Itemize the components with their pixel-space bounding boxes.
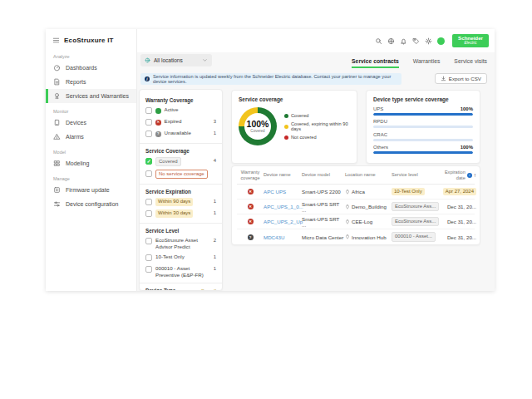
sidebar-section-model: Model xyxy=(46,144,136,156)
sidebar-item-modeling[interactable]: Modeling xyxy=(46,156,136,170)
info-icon: i xyxy=(145,76,150,81)
checkbox[interactable] xyxy=(145,131,152,137)
filter-option-count: 1 xyxy=(214,254,216,259)
column-header-expiration[interactable]: Expiration date i ↑ xyxy=(440,170,476,180)
schneider-electric-logo[interactable]: Schneider Electric xyxy=(452,34,489,47)
app-window: EcoStruxure IT Analyze Dashboards Report… xyxy=(46,29,495,291)
device-name-link[interactable]: APC_UPS_2_Up xyxy=(264,219,303,224)
filter-option-asset-preventive: 000010 - Asset Preventive (E&P-FR) 1 xyxy=(145,265,216,278)
donut-center-value: 100% xyxy=(247,120,269,129)
filter-group-device-type: Device Type See all xyxy=(145,288,216,291)
device-model-cell: Smart-UPS 2200 xyxy=(302,189,345,195)
sidebar-item-label: Modeling xyxy=(66,160,89,166)
location-pin-icon xyxy=(345,234,350,239)
checkbox[interactable] xyxy=(145,266,152,273)
globe-icon[interactable] xyxy=(387,37,395,45)
bar-value: 100% xyxy=(461,106,473,111)
sidebar-item-alarms[interactable]: Alarms xyxy=(46,130,136,144)
filter-option-no-service-coverage: No service coverage xyxy=(145,170,216,179)
location-globe-icon xyxy=(145,57,150,63)
filter-option-count: 1 xyxy=(214,209,216,215)
active-status-icon xyxy=(155,108,161,114)
modeling-icon xyxy=(53,160,61,167)
report-icon xyxy=(53,78,61,86)
settings-icon[interactable] xyxy=(425,37,432,45)
table-row[interactable]: ✕ APC UPS Smart-UPS 2200 Africa 10-Test … xyxy=(237,185,475,200)
location-selector[interactable]: All locations xyxy=(140,54,212,66)
legend-item: Not covered xyxy=(284,135,350,140)
filter-option-within-90-days: Within 90 days 1 xyxy=(145,198,216,206)
search-icon[interactable] xyxy=(375,37,382,45)
sort-ascending-icon[interactable]: ↑ xyxy=(474,172,476,178)
device-name-link[interactable]: APC UPS xyxy=(264,189,286,195)
sidebar-item-reports[interactable]: Reports xyxy=(46,75,136,89)
location-cell: Demo_Building xyxy=(352,204,387,209)
covered-pill: Covered xyxy=(155,157,181,166)
column-header-warranty[interactable]: Warranty coverage xyxy=(237,170,264,180)
filter-group-title: Service Expiration xyxy=(145,189,216,195)
checkbox[interactable] xyxy=(145,238,152,244)
see-all-link[interactable]: See all xyxy=(201,288,216,291)
service-level-pill: 000010 - Asset... xyxy=(392,232,436,241)
legend-dot-expiring xyxy=(284,125,288,129)
table-row[interactable]: ? MDC43U Micro Data Center Innovation Hu… xyxy=(237,229,475,244)
services-icon xyxy=(53,92,61,100)
checkbox[interactable] xyxy=(145,119,152,126)
service-coverage-card: Service coverage 100% Covered Covered xyxy=(231,90,357,164)
filter-group-title: Device Type xyxy=(145,288,175,291)
export-csv-button[interactable]: Export to CSV xyxy=(435,73,487,84)
brand-line2: Electric xyxy=(458,42,483,46)
notifications-icon[interactable] xyxy=(400,37,407,45)
checkbox-checked[interactable]: ✓ xyxy=(145,158,152,165)
bar-category: CRAC xyxy=(373,132,387,137)
filter-option-count: 2 xyxy=(214,237,216,243)
device-model-cell: Smart-UPS SRT ... xyxy=(302,201,345,213)
user-avatar[interactable] xyxy=(437,37,445,45)
column-header-device-model[interactable]: Device model xyxy=(302,172,345,177)
location-pin-icon xyxy=(345,219,350,224)
column-header-device-name[interactable]: Device name xyxy=(264,172,302,177)
sidebar: EcoStruxure IT Analyze Dashboards Report… xyxy=(46,29,137,291)
bar-category: Others xyxy=(373,145,388,150)
table-row[interactable]: ✕ APC_UPS_1_0... Smart-UPS SRT ... Demo_… xyxy=(237,200,475,214)
sidebar-item-services-and-warranties[interactable]: Services and Warranties xyxy=(46,89,136,103)
sidebar-item-devices[interactable]: Devices xyxy=(46,116,136,130)
sidebar-section-monitor: Monitor xyxy=(46,103,136,116)
within-30-days-pill: Within 30 days xyxy=(155,209,193,217)
device-name-link[interactable]: MDC43U xyxy=(264,234,284,240)
sidebar-item-firmware-update[interactable]: Firmware update xyxy=(46,183,136,197)
checkbox[interactable] xyxy=(145,199,152,205)
checkbox[interactable] xyxy=(145,170,152,177)
filter-option-label: Expired xyxy=(165,118,182,125)
topbar: Schneider Electric xyxy=(137,29,495,52)
sidebar-item-device-configuration[interactable]: Device configuration xyxy=(46,197,136,211)
tab-service-visits[interactable]: Service visits xyxy=(454,58,487,68)
filter-option-label: 000010 - Asset Preventive (E&P-FR) xyxy=(155,265,210,278)
column-header-service-level[interactable]: Service level xyxy=(392,172,440,177)
checkbox[interactable] xyxy=(145,107,152,114)
sidebar-item-dashboards[interactable]: Dashboards xyxy=(46,61,136,75)
tab-warranties[interactable]: Warranties xyxy=(413,58,441,68)
filter-option-within-30-days: Within 30 days 1 xyxy=(145,209,216,218)
location-cell: CEE-Log xyxy=(352,219,372,224)
location-cell: Innovation Hub xyxy=(352,234,387,240)
table-row[interactable]: ✕ APC_UPS_2_Up Smart-UPS SRT ... CEE-Log… xyxy=(237,214,475,229)
device-type-coverage-title: Device type service coverage xyxy=(373,96,473,102)
bar-track xyxy=(373,113,473,116)
device-name-link[interactable]: APC_UPS_1_0... xyxy=(264,204,303,209)
hamburger-menu-icon[interactable] xyxy=(52,37,60,44)
checkbox[interactable] xyxy=(145,254,152,261)
sidebar-section-analyze: Analyze xyxy=(46,48,136,61)
tab-service-contracts[interactable]: Service contracts xyxy=(352,58,399,68)
legend-label: Covered xyxy=(291,113,309,118)
checkbox[interactable] xyxy=(145,210,152,217)
column-header-location[interactable]: Location name xyxy=(345,172,392,177)
device-type-coverage-card: Device type service coverage UPS 100% RP… xyxy=(366,90,480,164)
divider xyxy=(140,184,222,185)
filter-option-count: 1 xyxy=(214,130,216,135)
tag-icon[interactable] xyxy=(412,37,420,45)
tab-bar: Service contracts Warranties Service vis… xyxy=(352,58,487,68)
column-info-icon[interactable]: i xyxy=(467,173,472,178)
bar-track xyxy=(373,126,473,128)
device-model-cell: Smart-UPS SRT ... xyxy=(302,216,345,228)
